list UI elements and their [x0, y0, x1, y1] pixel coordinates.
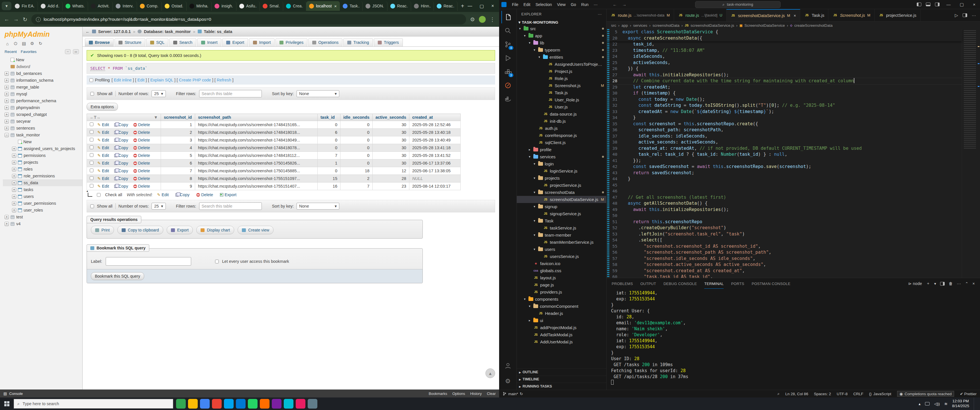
- explorer-item[interactable]: ▾entities: [517, 54, 606, 60]
- tree-expander-icon[interactable]: +: [12, 160, 16, 165]
- tree-expander-icon[interactable]: +: [5, 126, 9, 130]
- explorer-item[interactable]: ▾commonComponent: [517, 303, 606, 310]
- explorer-item[interactable]: JSTask.js: [517, 89, 606, 96]
- extensions-icon[interactable]: ⚙: [470, 16, 475, 23]
- copy-link[interactable]: Copy: [114, 122, 128, 127]
- pma-tree-item[interactable]: +assigned_users_to_projects: [3, 145, 82, 152]
- pma-tree-item[interactable]: +ss_data: [3, 180, 82, 186]
- pma-tree-item[interactable]: +test: [3, 213, 82, 220]
- tree-expander-icon[interactable]: +: [12, 188, 16, 192]
- breadcrumb-item[interactable]: app: [622, 23, 628, 28]
- editor-tab[interactable]: JSscreenshotDataService.jsM×: [727, 9, 800, 21]
- pma-tab-structure[interactable]: Structure: [115, 38, 145, 46]
- copy-link[interactable]: Copy: [114, 153, 128, 158]
- row-checkbox[interactable]: [90, 130, 94, 134]
- col-screenshot-path[interactable]: screenshot_path: [195, 114, 318, 121]
- pma-tree-item[interactable]: +users: [3, 193, 82, 200]
- browser-tab[interactable]: JSON...: [363, 1, 387, 11]
- edit-link[interactable]: ✎ Edit: [97, 168, 109, 173]
- with-selected-delete[interactable]: Delete: [196, 192, 213, 197]
- browser-maximize-button[interactable]: ▢: [480, 3, 484, 9]
- panel-tab-problems[interactable]: PROBLEMS: [612, 281, 633, 286]
- pma-tree-item[interactable]: +phpmyadmin: [3, 104, 82, 111]
- menu-selection[interactable]: Selection: [533, 2, 555, 8]
- explorer-item[interactable]: ▾components: [517, 296, 606, 303]
- delete-link[interactable]: Delete: [133, 161, 150, 165]
- pma-tree-item[interactable]: +tasks: [3, 186, 82, 193]
- qro-create-view[interactable]: Create view: [238, 226, 274, 234]
- menu-file[interactable]: File: [509, 2, 521, 8]
- console-link-bookmarks[interactable]: Bookmarks: [429, 391, 447, 396]
- edit-link[interactable]: ✎ Edit: [97, 130, 109, 135]
- reload-icon[interactable]: ↻: [23, 16, 27, 23]
- edit-link[interactable]: ✎ Edit: [97, 153, 109, 158]
- language-mode[interactable]: {}JavaScript: [869, 392, 891, 396]
- delete-link[interactable]: Delete: [133, 146, 150, 150]
- pma-tree-item[interactable]: +scraped_chatgpt: [3, 111, 82, 118]
- taskbar-app-icon[interactable]: [296, 399, 305, 408]
- explorer-item[interactable]: JScoreResponse.js: [517, 132, 606, 139]
- tab-close-icon[interactable]: ×: [334, 4, 337, 8]
- browser-tab[interactable]: Add d...: [38, 1, 63, 11]
- pma-tree-item[interactable]: +role_permissions: [3, 173, 82, 180]
- sort-icon[interactable]: ▼: [154, 115, 158, 119]
- explorer-item[interactable]: ▸ui: [517, 317, 606, 324]
- explorer-item[interactable]: JSaddProjectModal.js: [517, 324, 606, 331]
- breadcrumb-item[interactable]: src: [611, 23, 616, 28]
- delete-link[interactable]: Delete: [133, 153, 150, 158]
- with-selected-copy[interactable]: Copy: [175, 192, 189, 197]
- tree-expander-icon[interactable]: +: [5, 215, 9, 219]
- taskbar-app-icon[interactable]: [260, 399, 269, 408]
- docker-icon[interactable]: [501, 93, 514, 105]
- extensions-icon[interactable]: 3: [501, 65, 514, 78]
- start-button[interactable]: [0, 397, 14, 410]
- encoding[interactable]: UTF-8: [837, 392, 848, 396]
- editor-breadcrumb[interactable]: src›app›services›screenshotData›JSscreen…: [606, 22, 980, 29]
- pma-tree-item[interactable]: New: [3, 56, 82, 63]
- explorer-item[interactable]: JSpage.js: [517, 281, 606, 288]
- pma-docs-icon[interactable]: ▤: [21, 41, 27, 46]
- scroll-to-top-button[interactable]: ▲: [485, 369, 495, 378]
- breadcrumb-database[interactable]: Database: task_monitor: [144, 29, 191, 34]
- explorer-item[interactable]: JSsqlClient.js: [517, 139, 606, 146]
- explorer-item[interactable]: JSprojectService.js: [517, 182, 606, 189]
- tree-expander-icon[interactable]: +: [12, 174, 16, 178]
- extra-options-button[interactable]: Extra options: [87, 103, 118, 111]
- copy-link[interactable]: Copy: [114, 146, 128, 150]
- explorer-item[interactable]: JSauth.js: [517, 125, 606, 132]
- tree-expander-icon[interactable]: −: [5, 133, 9, 137]
- maximize-panel-icon[interactable]: ⌃: [965, 281, 968, 286]
- pma-tab-browse[interactable]: Browse: [85, 38, 114, 46]
- taskbar-app-icon[interactable]: [248, 399, 258, 408]
- browser-tab[interactable]: Comp...: [137, 1, 162, 11]
- col-idle-seconds[interactable]: idle_seconds: [340, 114, 372, 121]
- explorer-item[interactable]: JSinit-db.js: [517, 118, 606, 125]
- search-icon[interactable]: [501, 24, 514, 37]
- browser-tab[interactable]: Task...: [340, 1, 363, 11]
- new-tab-button[interactable]: +: [458, 3, 467, 10]
- profiling-link[interactable]: Edit: [137, 78, 145, 82]
- sidebar-panel-running-tasks[interactable]: ▸RUNNING TASKS: [517, 383, 606, 390]
- delete-link[interactable]: Delete: [133, 138, 150, 142]
- explorer-item[interactable]: JSproviders.js: [517, 288, 606, 296]
- vscode-minimize-button[interactable]: —: [944, 2, 953, 7]
- explorer-item[interactable]: ★favicon.ico: [517, 260, 606, 267]
- explorer-item[interactable]: JSUser.js: [517, 103, 606, 110]
- cursor-position[interactable]: Ln 28, Col 86: [786, 392, 808, 396]
- explorer-item[interactable]: JSteamMemberService.js: [517, 238, 606, 246]
- filter-rows-input[interactable]: Search this table: [199, 202, 262, 210]
- taskbar-app-icon[interactable]: [224, 399, 234, 408]
- taskbar-app-icon[interactable]: [188, 399, 198, 408]
- pma-logout-icon[interactable]: ⏻: [13, 41, 19, 46]
- delete-link[interactable]: Delete: [133, 176, 150, 181]
- battery-icon[interactable]: [925, 402, 929, 405]
- browser-tab[interactable]: Minha...: [186, 1, 212, 11]
- network-icon[interactable]: ≋: [944, 402, 948, 406]
- pma-favorites-dropdown[interactable]: Favorites: [21, 49, 37, 54]
- account-icon[interactable]: [501, 359, 514, 372]
- volume-icon[interactable]: ◁)): [934, 402, 940, 406]
- pma-home-icon[interactable]: ⌂: [5, 41, 10, 46]
- pma-tab-insert[interactable]: Insert: [197, 38, 221, 46]
- sort-key-select[interactable]: None▾: [297, 203, 339, 210]
- explorer-item[interactable]: ▾app: [517, 32, 606, 39]
